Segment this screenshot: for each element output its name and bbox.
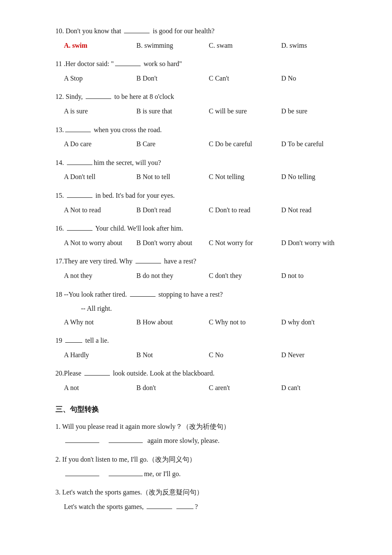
q13-options: A Do care B Care C Do be careful D To be… bbox=[55, 139, 341, 150]
fill-3-text: 3. Let's watch the sports games.（改为反意疑问句… bbox=[55, 487, 341, 498]
section3-header: 三、句型转换 bbox=[55, 404, 341, 415]
fill-2-answer: me, or I'll go. bbox=[55, 468, 341, 480]
q11-options: A Stop B Don't C Can't D No bbox=[55, 73, 341, 84]
fill-1-answer: again more slowly, please. bbox=[55, 435, 341, 446]
fill-1-text: 1. Will you please read it again more sl… bbox=[55, 421, 341, 432]
q18-options: A Why not B How about C Why not to D why… bbox=[55, 317, 341, 328]
q17-option-d: D not to bbox=[281, 270, 341, 281]
q13-option-d: D To be careful bbox=[281, 139, 341, 150]
q18-blank bbox=[130, 296, 156, 297]
q16-option-a: A Not to worry about bbox=[64, 237, 124, 249]
q15-options: A Not to read B Don't read C Don't to re… bbox=[55, 205, 341, 216]
fill-1-blank2 bbox=[109, 442, 143, 443]
q17-option-c: C don't they bbox=[209, 270, 268, 281]
q12-option-d: D be sure bbox=[281, 106, 341, 117]
fill-2: 2. If you don't listen to me, I'll go.（改… bbox=[55, 454, 341, 479]
q17-text: 17.They are very tired. Why have a rest? bbox=[55, 256, 341, 267]
q16-option-d: D Don't worry with bbox=[281, 237, 341, 249]
q20-options: A not B don't C aren't D can't bbox=[55, 382, 341, 393]
q16-text: 16. Your child. We'll look after him. bbox=[55, 223, 341, 234]
fill-3-answer: Let's watch the sports games, ? bbox=[55, 501, 341, 512]
q14-blank bbox=[67, 165, 92, 165]
q15-option-b: B Don't read bbox=[136, 205, 196, 216]
q19-option-b: B Not bbox=[136, 350, 196, 361]
q13-text: 13. when you cross the road. bbox=[55, 124, 341, 136]
fill-3-blank2 bbox=[176, 509, 193, 509]
q10-blank bbox=[124, 33, 150, 33]
q15-option-d: D Not read bbox=[281, 205, 341, 216]
q19-option-a: A Hardly bbox=[64, 350, 124, 361]
q18-dialog: -- All right. bbox=[55, 303, 341, 314]
q14-option-c: C Not telling bbox=[209, 171, 268, 182]
fill-2-text: 2. If you don't listen to me, I'll go.（改… bbox=[55, 454, 341, 465]
q20-option-d: D can't bbox=[281, 382, 341, 393]
question-18: 18 --You look rather tired. stopping to … bbox=[55, 289, 341, 328]
fill-1-blank1 bbox=[65, 442, 99, 443]
q14-option-a: A Don't tell bbox=[64, 171, 124, 182]
q16-option-b: B Don't worry about bbox=[136, 237, 196, 249]
q19-option-d: D Never bbox=[281, 350, 341, 361]
q11-option-b: B Don't bbox=[136, 73, 196, 84]
q15-blank bbox=[67, 197, 92, 198]
q11-option-a: A Stop bbox=[64, 73, 124, 84]
q13-blank bbox=[65, 132, 91, 132]
q16-options: A Not to worry about B Don't worry about… bbox=[55, 237, 341, 249]
q12-option-a: A is sure bbox=[64, 106, 124, 117]
q20-option-b: B don't bbox=[136, 382, 196, 393]
q18-option-c: C Why not to bbox=[209, 317, 268, 328]
q11-option-d: D No bbox=[281, 73, 341, 84]
question-20: 20.Please look outside. Look at the blac… bbox=[55, 368, 341, 393]
q18-option-d: D why don't bbox=[281, 317, 341, 328]
q20-option-c: C aren't bbox=[209, 382, 268, 393]
question-13: 13. when you cross the road. A Do care B… bbox=[55, 124, 341, 150]
q14-text: 14. him the secret, will you? bbox=[55, 157, 341, 168]
fill-3-blank1 bbox=[147, 509, 172, 509]
q12-option-b: B is sure that bbox=[136, 106, 196, 117]
question-14: 14. him the secret, will you? A Don't te… bbox=[55, 157, 341, 182]
q10-option-a: A. swim bbox=[64, 40, 124, 51]
q12-blank bbox=[86, 98, 111, 99]
q13-option-c: C Do be careful bbox=[209, 139, 268, 150]
q11-option-c: C Can't bbox=[209, 73, 268, 84]
q12-options: A is sure B is sure that C will be sure … bbox=[55, 106, 341, 117]
q10-text: 10. Don't you know that is good for our … bbox=[55, 26, 341, 37]
q17-option-b: B do not they bbox=[136, 270, 196, 281]
q10-option-c: C. swam bbox=[209, 40, 268, 51]
q11-text: 11 .Her doctor said: " work so hard" bbox=[55, 58, 341, 69]
q13-option-a: A Do care bbox=[64, 139, 124, 150]
q12-text: 12. Sindy, to be here at 8 o'clock bbox=[55, 91, 341, 102]
fill-2-blank2 bbox=[109, 476, 143, 476]
q16-option-c: C Not worry for bbox=[209, 237, 268, 249]
question-12: 12. Sindy, to be here at 8 o'clock A is … bbox=[55, 91, 341, 116]
q12-option-c: C will be sure bbox=[209, 106, 268, 117]
q11-blank bbox=[115, 66, 141, 66]
q20-option-a: A not bbox=[64, 382, 124, 393]
q16-blank bbox=[67, 230, 92, 231]
q18-option-a: A Why not bbox=[64, 317, 124, 328]
q17-option-a: A not they bbox=[64, 270, 124, 281]
q14-option-b: B Not to tell bbox=[136, 171, 196, 182]
fill-3: 3. Let's watch the sports games.（改为反意疑问句… bbox=[55, 487, 341, 512]
question-17: 17.They are very tired. Why have a rest?… bbox=[55, 256, 341, 281]
q19-option-c: C No bbox=[209, 350, 268, 361]
q19-blank bbox=[65, 342, 82, 343]
q13-option-b: B Care bbox=[136, 139, 196, 150]
q18-option-b: B How about bbox=[136, 317, 196, 328]
q20-text: 20.Please look outside. Look at the blac… bbox=[55, 368, 341, 379]
question-16: 16. Your child. We'll look after him. A … bbox=[55, 223, 341, 248]
q15-text: 15. in bed. It's bad for your eyes. bbox=[55, 190, 341, 201]
q19-options: A Hardly B Not C No D Never bbox=[55, 350, 341, 361]
q14-options: A Don't tell B Not to tell C Not telling… bbox=[55, 171, 341, 182]
q20-blank bbox=[84, 375, 110, 376]
question-11: 11 .Her doctor said: " work so hard" A S… bbox=[55, 58, 341, 84]
question-15: 15. in bed. It's bad for your eyes. A No… bbox=[55, 190, 341, 215]
q17-blank bbox=[135, 263, 161, 263]
q10-option-d: D. swims bbox=[281, 40, 341, 51]
q17-options: A not they B do not they C don't they D … bbox=[55, 270, 341, 281]
q18-text: 18 --You look rather tired. stopping to … bbox=[55, 289, 341, 300]
q15-option-a: A Not to read bbox=[64, 205, 124, 216]
fill-2-blank1 bbox=[65, 476, 99, 476]
question-19: 19 tell a lie. A Hardly B Not C No D Nev… bbox=[55, 335, 341, 360]
question-10: 10. Don't you know that is good for our … bbox=[55, 26, 341, 51]
q10-option-b: B. swimming bbox=[136, 40, 196, 51]
